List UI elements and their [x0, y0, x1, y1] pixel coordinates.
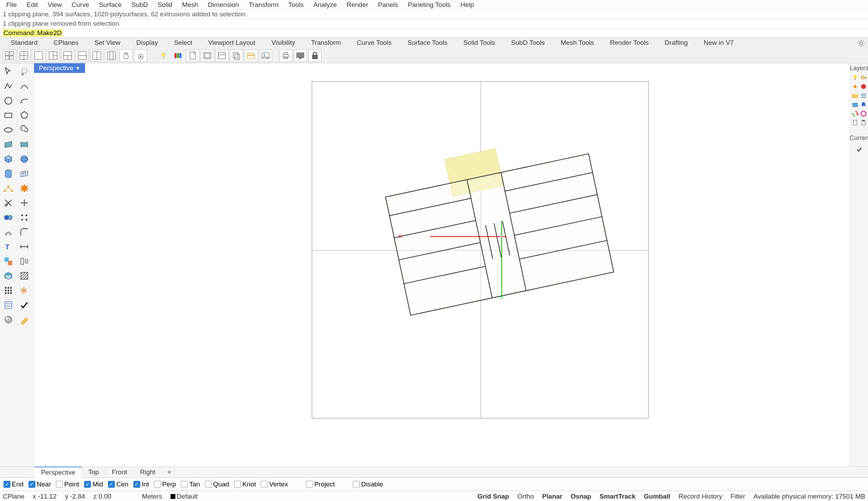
viewport-3view-b-icon[interactable] — [61, 49, 74, 62]
tab-solid-tools[interactable]: Solid Tools — [456, 37, 503, 48]
edit-points-icon[interactable] — [1, 181, 16, 195]
curve-icon[interactable] — [17, 79, 32, 93]
command-prompt-text[interactable]: Make2D — [36, 29, 62, 37]
tab-transform[interactable]: Transform — [303, 37, 349, 48]
gear-icon[interactable] — [857, 39, 865, 48]
view-tab-right[interactable]: Right — [134, 467, 162, 477]
hatch-icon[interactable] — [17, 269, 32, 283]
menu-panels[interactable]: Panels — [373, 0, 403, 9]
osnap-cen[interactable]: ✓Cen — [108, 481, 128, 488]
document-panel-icon[interactable] — [852, 119, 859, 126]
donut-icon[interactable] — [860, 110, 867, 117]
tab-new-in-v7[interactable]: New in V7 — [696, 37, 742, 48]
viewport-4view-icon[interactable] — [3, 49, 16, 62]
view-tab-top[interactable]: Top — [82, 467, 106, 477]
tab-viewport-layout[interactable]: Viewport Layout — [200, 37, 264, 48]
camera-2-icon[interactable] — [134, 49, 147, 62]
copy-layout-icon[interactable] — [230, 49, 243, 62]
tab-mesh-tools[interactable]: Mesh Tools — [553, 37, 602, 48]
gumball-y-handle[interactable] — [500, 296, 503, 298]
chevron-down-icon[interactable]: ▼ — [75, 65, 80, 71]
viewport-4view-b-icon[interactable] — [17, 49, 31, 62]
camera-icon[interactable] — [119, 49, 133, 62]
tab-surface-tools[interactable]: Surface Tools — [400, 37, 456, 48]
osnap-knot[interactable]: Knot — [234, 481, 256, 488]
menu-paneling-tools[interactable]: Paneling Tools — [403, 0, 456, 9]
status-layer[interactable]: Default — [170, 493, 198, 500]
osnap-project[interactable]: Project — [306, 481, 335, 488]
wallpaper-icon[interactable] — [259, 49, 272, 62]
tab-cplanes[interactable]: CPlanes — [45, 37, 86, 48]
lock-icon[interactable] — [308, 49, 322, 62]
surface-loft-icon[interactable] — [17, 138, 32, 151]
lightbulb-icon[interactable] — [852, 74, 859, 81]
viewport[interactable]: Perspective ▼ — [34, 63, 850, 467]
status-record-history[interactable]: Record History — [678, 493, 722, 500]
check-icon[interactable] — [17, 298, 32, 312]
cycles-icon[interactable] — [852, 110, 859, 117]
gumball-y-axis[interactable] — [501, 221, 502, 297]
camera-panel-icon[interactable] — [852, 101, 859, 108]
polyline-icon[interactable] — [1, 79, 16, 93]
layers-panel-label[interactable]: Layers — [850, 65, 868, 72]
tab-select[interactable]: Select — [166, 37, 200, 48]
mirror-icon[interactable] — [17, 284, 32, 297]
status-smarttrack[interactable]: SmartTrack — [600, 493, 636, 500]
page-icon[interactable] — [186, 49, 199, 62]
status-osnap[interactable]: Osnap — [571, 493, 591, 500]
tab-set-view[interactable]: Set View — [86, 37, 128, 48]
tab-display[interactable]: Display — [128, 37, 166, 48]
viewport-split-icon[interactable] — [105, 49, 118, 62]
display-list-icon[interactable] — [860, 92, 867, 99]
menu-mesh[interactable]: Mesh — [177, 0, 203, 9]
array-icon[interactable] — [1, 284, 16, 297]
view-tab-perspective[interactable]: Perspective — [35, 467, 82, 478]
osnap-point[interactable]: Point — [56, 481, 79, 488]
osnap-perp[interactable]: Perp — [154, 481, 176, 488]
menu-solid[interactable]: Solid — [153, 0, 177, 9]
osnap-near[interactable]: ✓Near — [28, 481, 51, 488]
status-grid-snap[interactable]: Grid Snap — [477, 493, 509, 500]
menu-help[interactable]: Help — [456, 0, 479, 9]
status-filter[interactable]: Filter — [731, 493, 745, 500]
align-icon[interactable] — [17, 254, 32, 268]
tab-drafting[interactable]: Drafting — [657, 37, 696, 48]
gumball-x-handle[interactable] — [399, 235, 402, 238]
viewport-2h-icon[interactable] — [76, 49, 89, 62]
tab-visibility[interactable]: Visibility — [264, 37, 303, 48]
box-icon[interactable] — [1, 152, 16, 166]
menu-edit[interactable]: Edit — [22, 0, 43, 9]
gumball-origin[interactable] — [500, 235, 503, 238]
osnap-disable[interactable]: Disable — [353, 481, 383, 488]
rectangle-icon[interactable] — [1, 108, 16, 122]
menu-view[interactable]: View — [43, 0, 67, 9]
menu-transform[interactable]: Transform — [244, 0, 283, 9]
split-icon[interactable] — [17, 196, 32, 210]
mesh-plane-icon[interactable] — [17, 167, 32, 181]
paint-icon[interactable] — [17, 313, 32, 327]
circle-icon[interactable] — [1, 94, 16, 108]
sun-icon[interactable] — [852, 83, 859, 90]
dimension-icon[interactable] — [17, 240, 32, 254]
tab-curve-tools[interactable]: Curve Tools — [349, 37, 400, 48]
osnap-end[interactable]: ✓End — [3, 481, 24, 488]
status-cplane[interactable]: CPlane — [3, 493, 24, 500]
print-display-icon[interactable] — [294, 49, 307, 62]
view-tab-front[interactable]: Front — [106, 467, 134, 477]
add-view-tab[interactable]: ✦ — [162, 467, 176, 478]
properties-icon[interactable] — [1, 298, 16, 312]
osnap-tan[interactable]: Tan — [181, 481, 200, 488]
menu-tools[interactable]: Tools — [283, 0, 308, 9]
lasso-icon[interactable] — [17, 65, 32, 79]
render-icon[interactable] — [1, 313, 16, 327]
layout-manager-icon[interactable] — [244, 49, 258, 62]
pointer-icon[interactable] — [1, 65, 16, 79]
command-line[interactable]: Command: Make2D — [0, 28, 868, 38]
detail-icon[interactable] — [215, 49, 228, 62]
menu-render[interactable]: Render — [342, 0, 373, 9]
tab-standard[interactable]: Standard — [3, 37, 45, 48]
trim-icon[interactable] — [1, 196, 16, 210]
key-icon[interactable] — [860, 74, 867, 81]
explode-icon[interactable] — [17, 181, 32, 195]
text-icon[interactable]: T — [1, 240, 16, 254]
